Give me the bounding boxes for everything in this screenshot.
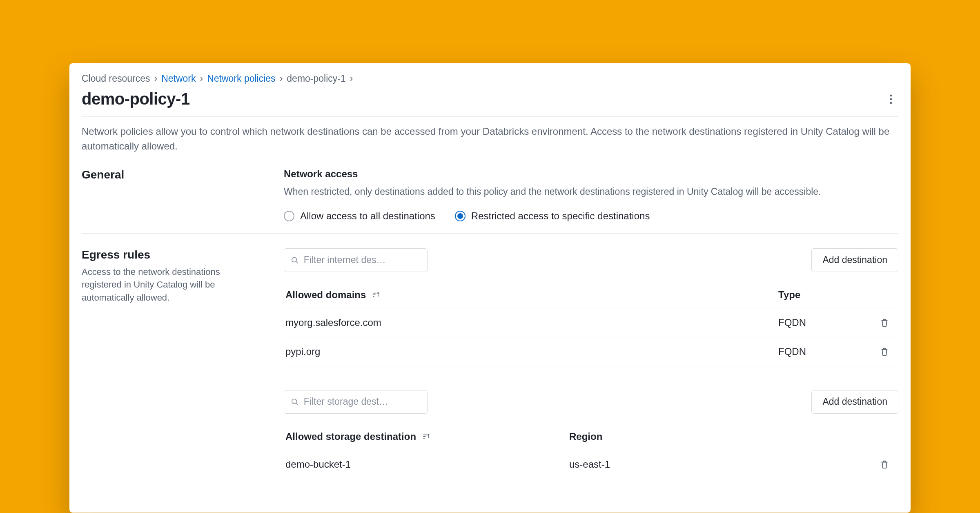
radio-allow-all[interactable]: Allow access to all destinations bbox=[284, 210, 435, 222]
svg-line-9 bbox=[296, 403, 298, 405]
type-cell: FQDN bbox=[778, 317, 872, 328]
network-access-radio-group: Allow access to all destinations Restric… bbox=[284, 210, 898, 222]
section-general: General Network access When restricted, … bbox=[82, 168, 898, 234]
filter-domains-field[interactable] bbox=[284, 248, 428, 272]
col-header-allowed-storage[interactable]: Allowed storage destination bbox=[285, 431, 569, 442]
type-cell: FQDN bbox=[778, 346, 872, 357]
policy-detail-window: Cloud resources › Network › Network poli… bbox=[69, 63, 911, 513]
domains-toolbar: Add destination bbox=[284, 248, 898, 272]
more-actions-button[interactable] bbox=[884, 92, 898, 107]
search-icon bbox=[291, 397, 299, 406]
radio-icon bbox=[284, 211, 294, 221]
breadcrumb-item-current: demo-policy-1 bbox=[287, 73, 345, 84]
kebab-icon bbox=[890, 94, 892, 104]
table-row: myorg.salesforce.com FQDN bbox=[284, 308, 898, 337]
col-header-type[interactable]: Type bbox=[778, 289, 872, 301]
table-header: Allowed storage destination Region bbox=[284, 424, 898, 450]
delete-row-button[interactable] bbox=[878, 316, 891, 330]
svg-line-4 bbox=[296, 261, 298, 263]
table-row: demo-bucket-1 us-east-1 bbox=[284, 450, 898, 479]
svg-point-3 bbox=[292, 257, 297, 262]
page-description: Network policies allow you to control wh… bbox=[82, 124, 898, 154]
page-title: demo-policy-1 bbox=[82, 90, 190, 108]
delete-row-button[interactable] bbox=[878, 345, 891, 359]
sort-icon bbox=[372, 291, 380, 298]
egress-subtext: Access to the network destinations regis… bbox=[82, 265, 253, 305]
svg-point-2 bbox=[890, 102, 892, 104]
search-icon bbox=[291, 256, 299, 265]
col-header-allowed-domains-label: Allowed domains bbox=[285, 289, 366, 300]
chevron-right-icon: › bbox=[200, 73, 203, 84]
chevron-right-icon: › bbox=[154, 73, 157, 84]
section-egress-rules: Egress rules Access to the network desti… bbox=[82, 248, 898, 491]
network-access-help: When restricted, only destinations added… bbox=[284, 185, 898, 199]
svg-point-0 bbox=[890, 94, 892, 96]
section-heading-general: General bbox=[82, 168, 284, 181]
chevron-right-icon: › bbox=[350, 73, 353, 84]
svg-point-8 bbox=[292, 399, 297, 404]
breadcrumb-item-cloud-resources[interactable]: Cloud resources bbox=[82, 73, 150, 84]
table-row: pypi.org FQDN bbox=[284, 337, 898, 366]
storage-name-cell: demo-bucket-1 bbox=[285, 459, 569, 470]
page-title-row: demo-policy-1 bbox=[82, 90, 898, 117]
trash-icon bbox=[880, 318, 889, 328]
add-domain-destination-button[interactable]: Add destination bbox=[811, 248, 898, 272]
table-header: Allowed domains Type bbox=[284, 282, 898, 308]
domain-cell: pypi.org bbox=[285, 346, 778, 357]
breadcrumb-item-network-policies[interactable]: Network policies bbox=[207, 73, 275, 84]
allowed-storage-table: Allowed storage destination Region bbox=[284, 424, 898, 479]
col-header-allowed-domains[interactable]: Allowed domains bbox=[285, 289, 778, 301]
sort-icon bbox=[422, 433, 430, 440]
network-access-title: Network access bbox=[284, 168, 898, 180]
storage-toolbar: Add destination bbox=[284, 390, 898, 414]
breadcrumb: Cloud resources › Network › Network poli… bbox=[82, 73, 898, 84]
filter-domains-input[interactable] bbox=[304, 254, 421, 265]
trash-icon bbox=[880, 347, 889, 357]
col-header-region[interactable]: Region bbox=[569, 431, 872, 442]
filter-storage-input[interactable] bbox=[304, 396, 421, 407]
add-storage-destination-button[interactable]: Add destination bbox=[811, 390, 898, 414]
filter-storage-field[interactable] bbox=[284, 390, 428, 414]
radio-restricted[interactable]: Restricted access to specific destinatio… bbox=[455, 210, 650, 222]
trash-icon bbox=[880, 459, 889, 469]
svg-point-1 bbox=[890, 98, 892, 100]
delete-row-button[interactable] bbox=[878, 457, 891, 471]
col-header-allowed-storage-label: Allowed storage destination bbox=[285, 431, 416, 442]
radio-icon bbox=[455, 211, 466, 221]
region-cell: us-east-1 bbox=[569, 459, 872, 470]
section-heading-egress: Egress rules bbox=[82, 248, 284, 261]
radio-restricted-label: Restricted access to specific destinatio… bbox=[471, 210, 650, 222]
allowed-domains-table: Allowed domains Type bbox=[284, 282, 898, 366]
radio-allow-all-label: Allow access to all destinations bbox=[300, 210, 435, 222]
chevron-right-icon: › bbox=[280, 73, 283, 84]
domain-cell: myorg.salesforce.com bbox=[285, 317, 778, 328]
breadcrumb-item-network[interactable]: Network bbox=[161, 73, 196, 84]
